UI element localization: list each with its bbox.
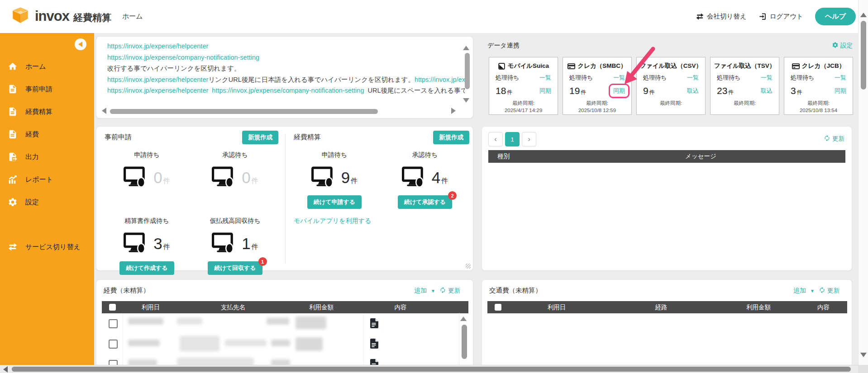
report-icon: [8, 175, 18, 184]
pending-count: 19: [569, 85, 580, 96]
stat-count: 9: [341, 169, 350, 186]
scroll-left-arrow[interactable]: [3, 366, 8, 373]
switch-icon: [696, 12, 704, 21]
sync-link[interactable]: 取込: [761, 87, 773, 95]
stat-cell: 承認待ち 0件: [191, 146, 279, 212]
note-line: https://invox.jp/expense/helpcenterリンクUR…: [107, 74, 465, 85]
page-1-button[interactable]: 1: [505, 132, 520, 146]
column-type: 種別: [488, 152, 556, 161]
resize-handle[interactable]: [466, 264, 471, 269]
list-link[interactable]: 一覧: [835, 74, 846, 82]
note-url-link[interactable]: https://invox.jp/expense/helpcenter: [107, 42, 208, 50]
sidebar-item-report-レポート[interactable]: レポート: [0, 168, 94, 191]
sync-link[interactable]: 取込: [687, 87, 699, 95]
add-link[interactable]: 追加: [414, 287, 427, 295]
receipt-document-icon[interactable]: [370, 318, 379, 329]
table-vscroll-thumb[interactable]: [462, 325, 467, 359]
wait-label: 処理待ち: [717, 74, 740, 82]
notes-vscroll-thumb[interactable]: [465, 53, 470, 89]
scroll-down-arrow[interactable]: [463, 98, 469, 103]
sync-link[interactable]: 同期: [835, 87, 846, 95]
creditcard-icon: [792, 63, 800, 70]
caret-down-icon[interactable]: ▼: [431, 288, 435, 293]
sync-link[interactable]: 同期: [613, 87, 625, 95]
note-url-link[interactable]: https://invox.jp/expense/helpcenter: [107, 76, 208, 83]
sidebar-item-home-ホーム[interactable]: ホーム: [0, 55, 94, 78]
scroll-up-arrow[interactable]: [860, 13, 867, 17]
notes-content: https://invox.jp/expense/helpcenterhttps…: [107, 41, 465, 99]
scroll-up-arrow[interactable]: [463, 46, 469, 50]
table-scroll-up-arrow[interactable]: [460, 316, 467, 321]
notification-badge: 1: [258, 257, 267, 266]
scroll-left-arrow[interactable]: [102, 108, 106, 114]
transport-refresh-link[interactable]: 更新: [819, 287, 839, 295]
column-description: 内容: [355, 303, 446, 312]
notes-hscroll-thumb[interactable]: [110, 109, 378, 114]
next-page-button[interactable]: ›: [522, 132, 536, 146]
stat-count: 0: [153, 169, 162, 186]
help-button[interactable]: ヘルプ: [815, 8, 856, 25]
select-all-checkbox[interactable]: [495, 304, 501, 311]
stat-count: 0: [242, 169, 250, 186]
page-hscroll-thumb[interactable]: [12, 367, 851, 372]
note-line: https://invox.jp/expense/helpcenter http…: [107, 85, 465, 96]
sidebar-collapse-button[interactable]: [75, 38, 86, 50]
note-url-link[interactable]: https://invox.jp/expense/helpcenter: [107, 87, 208, 94]
document-icon: [8, 129, 18, 139]
count-unit: 件: [797, 89, 802, 95]
dashboard-panel: 事前申請 新規作成 申請待ち 0件 承認待ち 0件 精算書作成待ち 3件: [96, 126, 473, 271]
page-vscrollbar[interactable]: [858, 0, 868, 365]
note-url-link[interactable]: https://invox.jp/expense/company-notific…: [107, 54, 259, 61]
list-link[interactable]: 一覧: [539, 74, 551, 82]
row-checkbox[interactable]: [109, 340, 118, 349]
continue-action-button[interactable]: 続けて回収する: [208, 261, 262, 275]
nav-home[interactable]: ホーム: [122, 12, 143, 21]
sidebar-item-export-出力[interactable]: 出力: [0, 146, 94, 168]
expense-refresh-link[interactable]: 更新: [439, 287, 460, 295]
sync-link[interactable]: 同期: [539, 87, 551, 95]
advance-new-button[interactable]: 新規作成: [242, 131, 278, 144]
wait-label: 処理待ち: [791, 74, 814, 82]
scroll-down-arrow[interactable]: [860, 353, 867, 357]
stat-label: 申請待ち: [289, 151, 380, 159]
continue-action-button[interactable]: 続けて申請する: [307, 195, 362, 209]
expense-new-button[interactable]: 新規作成: [433, 131, 469, 144]
logo-suffix: 経費精算: [73, 9, 111, 24]
list-link[interactable]: 一覧: [687, 74, 699, 82]
sidebar-item-document-経費精算[interactable]: 経費精算: [0, 100, 94, 123]
note-url-link[interactable]: https://invox.jp/expense: [415, 76, 465, 83]
stat-count: 3: [153, 235, 162, 252]
column-message: メッセージ: [556, 152, 845, 161]
caret-down-icon[interactable]: ▼: [810, 288, 815, 293]
table-row[interactable]: [102, 334, 468, 354]
continue-action-button[interactable]: 続けて作成する: [119, 261, 174, 275]
continue-action-button[interactable]: 続けて承認する: [398, 195, 452, 209]
prev-page-button[interactable]: ‹: [488, 132, 503, 146]
scroll-right-arrow[interactable]: [451, 108, 456, 114]
last-sync-value: 2025/10/8 12:59: [563, 107, 631, 114]
company-switch-link[interactable]: 会社切り替え: [696, 12, 747, 21]
wait-label: 処理待ち: [643, 74, 667, 82]
add-link[interactable]: 追加: [793, 287, 806, 295]
mobile-app-link[interactable]: モバイルアプリを利用する: [294, 217, 371, 225]
list-link[interactable]: 一覧: [613, 74, 625, 82]
list-link[interactable]: 一覧: [761, 74, 773, 82]
row-checkbox[interactable]: [109, 319, 118, 328]
page-vscroll-thumb[interactable]: [861, 21, 866, 90]
sidebar-item-gear-設定[interactable]: 設定: [0, 191, 94, 213]
page-hscrollbar[interactable]: [0, 365, 868, 373]
note-url-link[interactable]: https://invox.jp/expense/company-notific…: [212, 87, 364, 94]
data-link-settings[interactable]: 設定: [832, 42, 853, 50]
logout-link[interactable]: ログアウト: [758, 12, 803, 21]
select-all-checkbox[interactable]: [109, 304, 116, 311]
sidebar-item-service-switch[interactable]: サービス切り替え: [0, 236, 94, 258]
table-row[interactable]: [102, 313, 468, 334]
sidebar-item-document-経費[interactable]: 経費: [0, 123, 94, 146]
receipt-document-icon[interactable]: [370, 338, 379, 349]
creditcard-icon: [568, 63, 575, 70]
sidebar-item-document-事前申請[interactable]: 事前申請: [0, 78, 94, 100]
count-unit: 件: [649, 89, 655, 95]
chevron-left-icon: [78, 42, 82, 47]
app-header: invox 経費精算 ホーム 会社切り替え ログアウト ヘルプ: [0, 0, 868, 33]
message-refresh-link[interactable]: 更新: [824, 135, 844, 143]
